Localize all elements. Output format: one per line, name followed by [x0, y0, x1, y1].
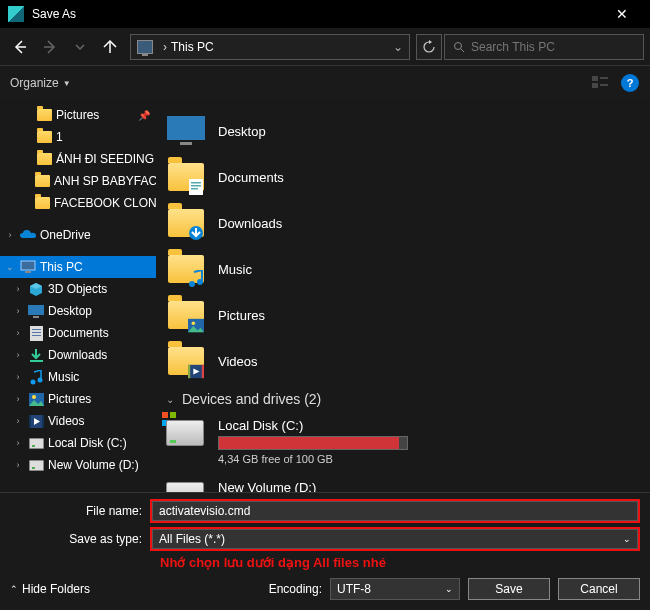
twisty-icon: ›: [12, 416, 24, 426]
arrow-left-icon: [12, 39, 28, 55]
folder-name: Desktop: [218, 124, 266, 139]
folder-item[interactable]: Downloads: [156, 200, 650, 246]
forward-button[interactable]: [36, 33, 64, 61]
svg-rect-23: [189, 179, 203, 195]
picture-overlay-icon: [188, 317, 204, 333]
up-button[interactable]: [96, 33, 124, 61]
svg-rect-11: [32, 332, 41, 333]
section-title: Devices and drives (2): [182, 391, 321, 407]
tree-item[interactable]: ›Videos: [0, 410, 156, 432]
tree-item[interactable]: ›Local Disk (C:): [0, 432, 156, 454]
drive-item[interactable]: Local Disk (C:)4,34 GB free of 100 GB: [156, 414, 650, 476]
annotation-note: Nhớ chọn lưu dưới dạng All files nhé: [10, 555, 640, 570]
videos-icon: [28, 413, 44, 429]
capacity-bar: [218, 436, 408, 450]
tree-item[interactable]: ›Pictures: [0, 388, 156, 410]
close-button[interactable]: ✕: [602, 6, 642, 22]
tree-item[interactable]: Pictures📌: [0, 104, 156, 126]
documents-icon: [28, 325, 44, 341]
tree-item[interactable]: ⌄This PC: [0, 256, 156, 278]
tree-item[interactable]: ›Documents: [0, 322, 156, 344]
svg-point-28: [189, 281, 195, 287]
svg-rect-20: [42, 415, 44, 428]
tree-item[interactable]: ›Music: [0, 366, 156, 388]
folder-icon: [166, 111, 206, 151]
save-as-dialog: Save As ✕ › This PC ⌄ Organ: [0, 0, 650, 610]
tree-item-label: Pictures: [56, 108, 99, 122]
folder-item[interactable]: Videos: [156, 338, 650, 384]
tree-item-label: ANH SP BABYFACE: [54, 174, 156, 188]
drives-section-header[interactable]: ⌄Devices and drives (2): [156, 384, 650, 414]
tree-item[interactable]: ANH SP BABYFACE: [0, 170, 156, 192]
drive-icon: [28, 457, 44, 473]
refresh-button[interactable]: [416, 34, 442, 60]
help-button[interactable]: ?: [620, 73, 640, 93]
dialog-footer: File name: Save as type: All Files (*.*)…: [0, 492, 650, 610]
recent-button[interactable]: [66, 33, 94, 61]
saveas-label: Save as type:: [10, 532, 150, 546]
tree-item-label: ẢNH ĐI SEEDING: [56, 152, 154, 166]
download-overlay-icon: [188, 225, 204, 241]
twisty-icon: ⌄: [4, 262, 16, 272]
svg-point-15: [38, 377, 43, 382]
address-bar[interactable]: › This PC ⌄: [130, 34, 410, 60]
svg-rect-8: [33, 316, 39, 318]
drive-item[interactable]: New Volume (D:)70,4 GB free of 122 GB: [156, 476, 650, 492]
tree-item[interactable]: ›Desktop: [0, 300, 156, 322]
svg-rect-1: [592, 76, 598, 81]
folder-item[interactable]: Documents: [156, 154, 650, 200]
svg-rect-21: [167, 116, 205, 140]
folder-item[interactable]: Desktop: [156, 108, 650, 154]
back-button[interactable]: [6, 33, 34, 61]
folder-item[interactable]: Music: [156, 246, 650, 292]
twisty-icon: ›: [12, 438, 24, 448]
music-overlay-icon: [188, 271, 204, 287]
tree-item-label: FACEBOOK CLONE: [54, 196, 156, 210]
search-input[interactable]: [471, 40, 635, 54]
tree-item-label: Downloads: [48, 348, 107, 362]
twisty-icon: ›: [4, 230, 16, 240]
svg-rect-10: [32, 329, 41, 330]
content-pane[interactable]: DesktopDocumentsDownloadsMusicPicturesVi…: [156, 100, 650, 492]
twisty-icon: ›: [12, 350, 24, 360]
encoding-label: Encoding:: [269, 582, 322, 596]
tree-item-label: 3D Objects: [48, 282, 107, 296]
svg-rect-12: [32, 335, 41, 336]
folder-icon: [166, 157, 206, 197]
folder-item[interactable]: Pictures: [156, 292, 650, 338]
drive-free-text: 4,34 GB free of 100 GB: [218, 453, 408, 465]
folder-icon: [36, 107, 52, 123]
organize-menu[interactable]: Organize ▼: [10, 76, 71, 90]
drive-name: New Volume (D:): [218, 480, 408, 492]
tree-item[interactable]: ›Downloads: [0, 344, 156, 366]
tree-item[interactable]: ›New Volume (D:): [0, 454, 156, 476]
tree-item-label: 1: [56, 130, 63, 144]
svg-rect-9: [30, 326, 43, 341]
tree-item-label: Videos: [48, 414, 84, 428]
tree-item-label: Documents: [48, 326, 109, 340]
folder-icon: [166, 295, 206, 335]
cancel-button[interactable]: Cancel: [558, 578, 640, 600]
folder-icon: [166, 203, 206, 243]
search-box[interactable]: [444, 34, 644, 60]
encoding-select[interactable]: UTF-8 ⌄: [330, 578, 460, 600]
tree-item[interactable]: 1: [0, 126, 156, 148]
tree-item-label: Desktop: [48, 304, 92, 318]
chevron-down-icon[interactable]: ⌄: [393, 40, 403, 54]
filename-input[interactable]: [152, 501, 638, 521]
breadcrumb-location[interactable]: This PC: [171, 40, 214, 54]
saveas-value: All Files (*.*): [159, 532, 225, 546]
tree-item[interactable]: FACEBOOK CLONE: [0, 192, 156, 214]
video-overlay-icon: [188, 363, 204, 379]
svg-rect-24: [191, 182, 201, 184]
hide-folders-button[interactable]: ⌃ Hide Folders: [10, 582, 90, 596]
pictures-icon: [28, 391, 44, 407]
view-options-button[interactable]: [590, 73, 610, 93]
folder-icon: [36, 151, 52, 167]
tree-item[interactable]: ›OneDrive: [0, 224, 156, 246]
tree-item[interactable]: ẢNH ĐI SEEDING: [0, 148, 156, 170]
tree-item[interactable]: ›3D Objects: [0, 278, 156, 300]
nav-tree[interactable]: Pictures📌1ẢNH ĐI SEEDINGANH SP BABYFACEF…: [0, 100, 156, 492]
saveas-type-select[interactable]: All Files (*.*) ⌄: [152, 529, 638, 549]
save-button[interactable]: Save: [468, 578, 550, 600]
